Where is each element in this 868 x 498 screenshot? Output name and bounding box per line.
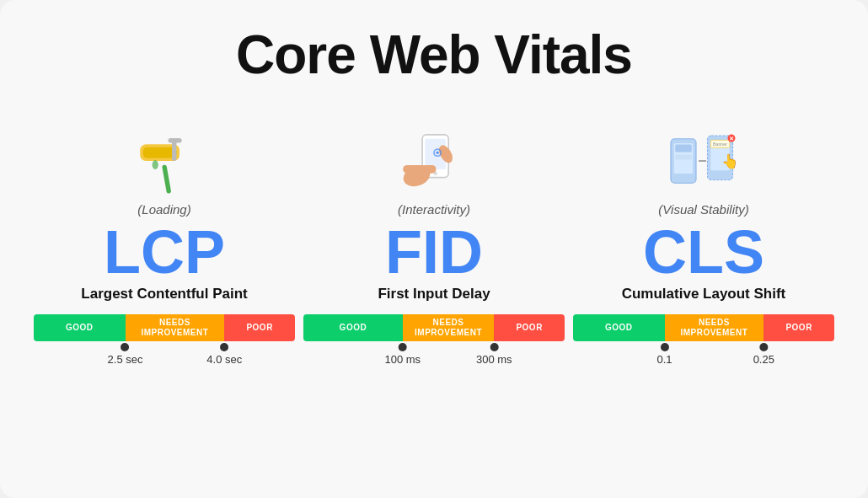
fid-fullname: First Input Delay bbox=[378, 286, 490, 303]
lcp-marker-2: 4.0 sec bbox=[206, 343, 242, 366]
fid-bar-good: GOOD bbox=[303, 314, 403, 341]
cls-bar-container: GOOD NEEDSIMPROVEMENT POOR 0.1 bbox=[573, 314, 834, 370]
lcp-needs-label: NEEDSIMPROVEMENT bbox=[137, 316, 212, 340]
page-title: Core Web Vitals bbox=[236, 24, 632, 86]
lcp-bar-poor: POOR bbox=[224, 314, 295, 341]
metric-lcp: (Loading) LCP Largest Contentful Paint G… bbox=[34, 106, 295, 370]
lcp-dot-1 bbox=[121, 343, 129, 351]
fid-markers: 100 ms 300 ms bbox=[303, 343, 565, 370]
lcp-bar-good: GOOD bbox=[34, 314, 126, 341]
lcp-subtitle: (Loading) bbox=[137, 202, 190, 217]
lcp-fullname: Largest Contentful Paint bbox=[81, 286, 247, 303]
svg-rect-10 bbox=[403, 165, 436, 174]
lcp-markers: 2.5 sec 4.0 sec bbox=[34, 343, 295, 370]
svg-point-5 bbox=[153, 160, 158, 169]
cls-val-2: 0.25 bbox=[753, 353, 774, 366]
fid-subtitle: (Interactivity) bbox=[398, 202, 470, 217]
main-card: Core Web Vitals bbox=[0, 0, 868, 498]
cls-acronym: CLS bbox=[643, 222, 764, 282]
metrics-row: (Loading) LCP Largest Contentful Paint G… bbox=[34, 106, 834, 370]
cls-icon: Banner ✕ 👆 bbox=[666, 123, 742, 199]
metric-fid: (Interactivity) FID First Input Delay GO… bbox=[303, 106, 565, 370]
cls-markers: 0.1 0.25 bbox=[573, 343, 834, 370]
metric-cls: Banner ✕ 👆 (Visual Stability) CLS Cumula… bbox=[573, 106, 834, 370]
cls-needs-label: NEEDSIMPROVEMENT bbox=[677, 316, 751, 340]
lcp-bar-needs: NEEDSIMPROVEMENT bbox=[126, 314, 225, 341]
cls-marker-2: 0.25 bbox=[753, 343, 774, 366]
fid-val-1: 100 ms bbox=[384, 353, 421, 366]
lcp-icon-area bbox=[126, 106, 202, 199]
fid-dot-2 bbox=[490, 343, 498, 351]
lcp-bar-container: GOOD NEEDSIMPROVEMENT POOR 2.5 sec bbox=[34, 314, 295, 370]
cls-good-label: GOOD bbox=[602, 321, 636, 335]
cls-marker-1: 0.1 bbox=[656, 343, 672, 366]
cls-poor-label: POOR bbox=[782, 321, 815, 335]
svg-rect-0 bbox=[162, 164, 171, 194]
lcp-dot-2 bbox=[220, 343, 228, 351]
fid-dot-1 bbox=[399, 343, 407, 351]
fid-poor-label: POOR bbox=[512, 321, 545, 335]
fid-val-2: 300 ms bbox=[476, 353, 512, 366]
lcp-acronym: LCP bbox=[104, 222, 225, 282]
fid-bar-container: GOOD NEEDSIMPROVEMENT POOR 100 ms bbox=[303, 314, 565, 370]
svg-rect-16 bbox=[675, 145, 692, 153]
fid-acronym: FID bbox=[385, 222, 483, 282]
lcp-val-1: 2.5 sec bbox=[108, 353, 143, 366]
cls-val-1: 0.1 bbox=[656, 353, 672, 366]
fid-icon-area bbox=[396, 106, 472, 199]
cls-dot-2 bbox=[759, 343, 768, 351]
svg-text:✕: ✕ bbox=[729, 136, 734, 142]
cls-bar-good: GOOD bbox=[573, 314, 665, 341]
lcp-val-2: 4.0 sec bbox=[206, 353, 242, 366]
cls-bar-needs: NEEDSIMPROVEMENT bbox=[665, 314, 764, 341]
cls-dot-1 bbox=[660, 343, 668, 351]
lcp-good-label: GOOD bbox=[62, 321, 97, 335]
lcp-icon bbox=[126, 123, 202, 199]
fid-marker-2: 300 ms bbox=[476, 343, 512, 366]
lcp-marker-1: 2.5 sec bbox=[108, 343, 143, 366]
cls-icon-area: Banner ✕ 👆 bbox=[666, 106, 742, 199]
svg-rect-3 bbox=[172, 140, 176, 161]
svg-point-13 bbox=[436, 152, 438, 154]
svg-text:Banner: Banner bbox=[713, 142, 727, 147]
fid-good-label: GOOD bbox=[336, 321, 371, 335]
fid-needs-label: NEEDSIMPROVEMENT bbox=[411, 316, 485, 340]
fid-marker-1: 100 ms bbox=[384, 343, 421, 366]
lcp-poor-label: POOR bbox=[243, 321, 276, 335]
svg-rect-2 bbox=[143, 147, 177, 158]
cls-fullname: Cumulative Layout Shift bbox=[622, 286, 786, 303]
svg-text:👆: 👆 bbox=[721, 153, 739, 170]
cls-bar-poor: POOR bbox=[764, 314, 834, 341]
cls-subtitle: (Visual Stability) bbox=[658, 202, 748, 217]
fid-bar: GOOD NEEDSIMPROVEMENT POOR bbox=[303, 314, 565, 341]
lcp-bar: GOOD NEEDSIMPROVEMENT POOR bbox=[34, 314, 295, 341]
fid-bar-poor: POOR bbox=[494, 314, 565, 341]
cls-bar: GOOD NEEDSIMPROVEMENT POOR bbox=[573, 314, 834, 341]
svg-rect-4 bbox=[169, 138, 182, 142]
fid-bar-needs: NEEDSIMPROVEMENT bbox=[403, 314, 495, 341]
svg-rect-17 bbox=[675, 155, 692, 160]
fid-icon bbox=[396, 123, 472, 199]
